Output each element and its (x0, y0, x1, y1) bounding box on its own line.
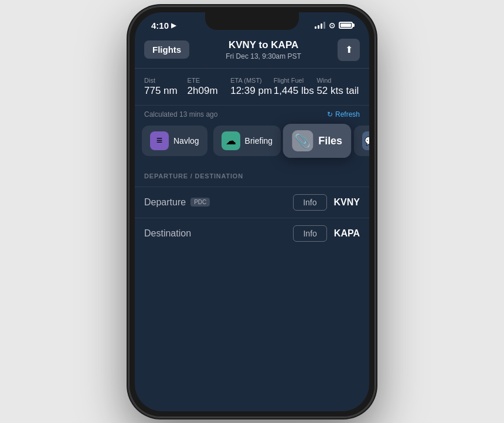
departure-label: Departure PDC (144, 197, 293, 208)
destination-airport: KAPA (334, 228, 360, 239)
files-icon: 📎 (292, 130, 313, 151)
notch (205, 12, 299, 30)
stat-eta-value: 12:39 pm (230, 85, 274, 97)
stat-fuel: Flight Fuel 1,445 lbs (274, 77, 317, 97)
stat-fuel-label: Flight Fuel (274, 77, 317, 84)
signal-icon (315, 22, 325, 29)
departure-airport: KVNY (334, 197, 360, 208)
refresh-button[interactable]: ↻ Refresh (327, 110, 360, 119)
stat-eta: ETA (MST) 12:39 pm (230, 77, 274, 97)
briefing-label: Briefing (245, 136, 273, 145)
departure-info-button[interactable]: Info (293, 194, 326, 211)
share-button[interactable]: ⬆ (338, 39, 360, 61)
time-display: 4:10 (151, 21, 169, 31)
stat-eta-label: ETA (MST) (230, 77, 274, 84)
calculated-text: Calculated 13 mins ago (144, 110, 217, 119)
departure-destination-section: DEPARTURE / DESTINATION (135, 165, 369, 187)
phone-frame: 4:10 ▶ ⊙ Flights KVNY to KAP (129, 6, 375, 417)
navlog-label: Navlog (173, 136, 199, 145)
messages-icon: 💬 (362, 131, 369, 150)
files-label: Files (318, 134, 342, 146)
stat-wind: Wind 52 kts tail (316, 77, 360, 97)
battery-icon (339, 22, 353, 29)
actions-row: ≡ Navlog ☁ Briefing 📎 Files 💬 0 Msg (135, 126, 369, 165)
header-title-block: KVNY to KAPA Fri Dec 13, 9:30am PST (189, 39, 338, 60)
navlog-icon: ≡ (150, 131, 169, 150)
stat-ete-value: 2h09m (188, 85, 231, 97)
departure-row: Departure PDC Info KVNY (135, 187, 369, 218)
status-left: 4:10 ▶ (151, 21, 176, 31)
location-arrow-icon: ▶ (171, 22, 176, 29)
stat-ete-label: ETE (188, 77, 231, 84)
navlog-button[interactable]: ≡ Navlog (142, 126, 207, 156)
wifi-icon: ⊙ (329, 21, 335, 30)
stat-ete: ETE 2h09m (188, 77, 231, 97)
messages-button[interactable]: 💬 0 Msg (354, 126, 369, 156)
share-icon: ⬆ (345, 44, 353, 55)
section-title: DEPARTURE / DESTINATION (144, 172, 243, 180)
app-header: Flights KVNY to KAPA Fri Dec 13, 9:30am … (135, 34, 369, 69)
stats-row: Dist 775 nm ETE 2h09m ETA (MST) 12:39 pm… (135, 69, 369, 106)
stat-dist-label: Dist (144, 77, 188, 84)
flight-route-title: KVNY to KAPA (195, 39, 332, 51)
briefing-button[interactable]: ☁ Briefing (213, 126, 281, 156)
refresh-label: Refresh (335, 110, 360, 119)
destination-row: Destination Info KAPA (135, 218, 369, 249)
back-button[interactable]: Flights (144, 40, 189, 59)
stat-fuel-value: 1,445 lbs (274, 85, 317, 97)
files-button[interactable]: 📎 Files (283, 123, 352, 157)
stat-wind-value: 52 kts tail (316, 85, 360, 97)
destination-info-button[interactable]: Info (293, 225, 326, 242)
briefing-icon: ☁ (222, 131, 240, 150)
stat-dist-value: 775 nm (144, 85, 188, 97)
refresh-icon: ↻ (327, 110, 333, 119)
stat-wind-label: Wind (316, 77, 360, 84)
pdc-badge: PDC (190, 198, 210, 207)
phone-screen: 4:10 ▶ ⊙ Flights KVNY to KAP (135, 12, 369, 411)
calculated-row: Calculated 13 mins ago ↻ Refresh (135, 106, 369, 126)
flight-date-subtitle: Fri Dec 13, 9:30am PST (195, 52, 332, 60)
destination-label: Destination (144, 228, 293, 239)
status-right: ⊙ (315, 21, 353, 30)
stat-dist: Dist 775 nm (144, 77, 188, 97)
